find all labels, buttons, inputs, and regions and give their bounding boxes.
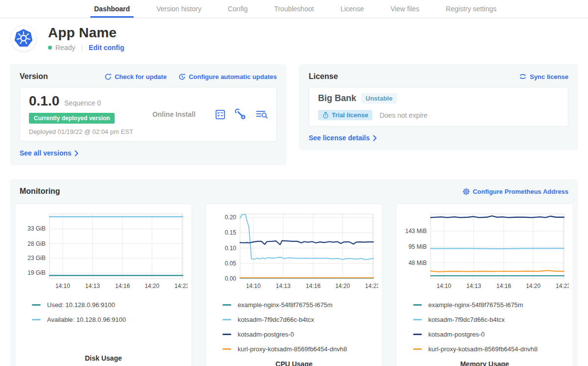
see-all-versions-label: See all versions [20,149,72,157]
top-nav: Dashboard Version history Config Trouble… [0,0,588,18]
memory-usage-legend: example-nginx-54f8f76755-l675mkotsadm-7f… [396,301,573,360]
svg-text:14:20: 14:20 [335,283,350,289]
tab-registry-settings[interactable]: Registry settings [446,0,496,18]
legend-item: example-nginx-54f8f76755-l675m [413,301,573,309]
legend-label: kotsadm-7f9dc7d66c-b4tcx [238,316,314,323]
app-header: App Name Ready | Edit config [0,18,588,54]
tab-license[interactable]: License [341,0,364,18]
disk-usage-chart-canvas: 19 GiB23 GiB28 GiB33 GiB14:1014:1314:161… [19,209,188,296]
tab-view-files[interactable]: View files [391,0,419,18]
checklist-icon [215,109,226,120]
divider: | [81,44,83,52]
legend-swatch [413,319,422,320]
cpu-usage-chart-card: 0.000.050.100.150.2014:1014:1314:1614:20… [205,204,383,366]
svg-text:14:20: 14:20 [526,283,540,289]
legend-item: kotsadm-7f9dc7d66c-b4tcx [222,316,382,323]
edit-config-button[interactable] [235,108,246,120]
legend-label: Available: 10.128.0.96:9100 [47,316,126,323]
chevron-right-icon [373,135,377,141]
legend-swatch [32,304,41,306]
cpu-usage-legend: example-nginx-54f8f76755-l675mkotsadm-7f… [206,301,382,360]
version-card: Version Check for update Configure au [10,64,287,165]
svg-text:14:10: 14:10 [55,283,70,289]
legend-item: Used: 10.128.0.96:9100 [32,301,192,309]
deploy-logs-button[interactable] [255,109,268,120]
see-all-versions-link[interactable]: See all versions [20,149,78,157]
svg-text:14:16: 14:16 [496,283,511,289]
monitoring-section: Monitoring Configure Prometheus Address [10,179,578,366]
memory-usage-chart-title: Memory Usage [396,360,573,366]
svg-text:28 GiB: 28 GiB [27,240,46,247]
svg-text:14:20: 14:20 [145,283,159,289]
tab-troubleshoot[interactable]: Troubleshoot [274,0,314,18]
trial-license-label: Trial license [332,111,368,119]
status-dot [48,46,52,50]
configure-automatic-updates-link[interactable]: Configure automatic updates [178,73,277,80]
page-title: App Name [48,25,124,41]
svg-text:0.05: 0.05 [225,260,237,267]
version-sequence: Sequence 0 [64,99,101,107]
legend-item: example-nginx-54f8f76755-l675m [222,301,382,309]
legend-item: kotsadm-postgres-0 [222,331,382,338]
legend-swatch [222,319,231,320]
edit-config-link[interactable]: Edit config [89,44,124,52]
check-for-update-label: Check for update [115,73,167,80]
see-license-details-link[interactable]: See license details [309,134,377,142]
stopwatch-icon [322,112,329,119]
version-number: 0.1.0 [29,93,59,109]
status-text: Ready [55,44,75,52]
see-license-details-label: See license details [309,134,370,142]
disk-usage-legend: Used: 10.128.0.96:9100Available: 10.128.… [15,301,192,331]
version-heading: Version [20,72,48,81]
refresh-icon [104,73,112,80]
app-icon [11,26,36,51]
svg-text:0.00: 0.00 [225,275,237,282]
svg-text:95 MiB: 95 MiB [409,243,427,250]
preflight-checks-button[interactable] [215,109,226,120]
sync-license-label: Sync license [530,73,568,80]
legend-item: kotsadm-postgres-0 [413,331,573,338]
cpu-usage-chart-title: CPU Usage [206,360,382,366]
check-for-update-link[interactable]: Check for update [104,73,167,80]
legend-label: kotsadm-postgres-0 [428,331,485,338]
chevron-right-icon [74,150,78,157]
tab-dashboard[interactable]: Dashboard [94,0,130,18]
svg-text:0.15: 0.15 [225,229,237,236]
memory-usage-chart-canvas: 48 MiB95 MiB143 MiB14:1014:1314:1614:201… [400,209,569,296]
legend-swatch [222,304,231,306]
wrench-gear-icon [235,108,246,120]
configure-prometheus-label: Configure Prometheus Address [473,188,568,195]
legend-swatch [32,319,41,320]
legend-label: kotsadm-7f9dc7d66c-b4tcx [428,316,505,323]
sync-license-link[interactable]: Sync license [519,73,568,80]
license-heading: License [309,72,338,81]
gear-icon [463,188,470,195]
memory-usage-chart-card: 48 MiB95 MiB143 MiB14:1014:1314:1614:201… [396,204,573,366]
configure-prometheus-link[interactable]: Configure Prometheus Address [463,188,568,195]
svg-text:48 MiB: 48 MiB [409,260,427,266]
svg-text:14:13: 14:13 [276,283,291,289]
svg-text:14:16: 14:16 [306,283,320,289]
svg-text:14:23: 14:23 [556,283,569,289]
svg-text:14:23: 14:23 [174,283,188,289]
deployed-timestamp: Deployed 01/19/22 @ 02:04 pm EST [29,128,133,135]
legend-item: kurl-proxy-kotsadm-8569fb6454-dnvh8 [222,345,382,353]
install-type-label: Online Install [133,110,215,118]
legend-swatch [413,348,422,350]
legend-item: kurl-proxy-kotsadm-8569fb6454-dnvh8 [413,345,573,353]
svg-text:143 MiB: 143 MiB [405,228,427,235]
kubernetes-icon [14,28,33,48]
svg-text:14:23: 14:23 [365,283,378,289]
legend-label: example-nginx-54f8f76755-l675m [428,301,523,309]
legend-label: kurl-proxy-kotsadm-8569fb6454-dnvh8 [238,345,347,353]
legend-item: Available: 10.128.0.96:9100 [32,316,192,323]
legend-label: Used: 10.128.0.96:9100 [47,301,115,309]
tab-config[interactable]: Config [228,0,247,18]
logs-search-icon [255,109,268,120]
legend-label: kotsadm-postgres-0 [238,331,294,338]
currently-deployed-badge: Currently deployed version [29,113,115,124]
tab-version-history[interactable]: Version history [156,0,201,18]
svg-text:14:13: 14:13 [85,283,100,289]
svg-text:14:10: 14:10 [246,283,261,289]
disk-usage-chart-title: Disk Usage [15,354,192,362]
